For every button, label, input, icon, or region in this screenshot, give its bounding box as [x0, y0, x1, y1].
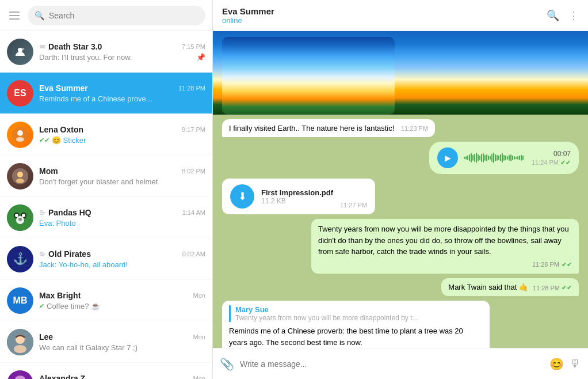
- message-text: Mark Twain said that 🤙: [448, 283, 528, 291]
- short-text-message-out: Mark Twain said that 🤙 11:28 PM ✔✔: [441, 278, 579, 296]
- chat-name: Eva Summer: [39, 84, 88, 93]
- chat-time: Mon: [193, 333, 205, 340]
- quote-text: Twenty years from now you will be more d…: [235, 314, 483, 322]
- left-header: 🔍: [0, 0, 212, 31]
- message-text: Reminds me of a Chinese proverb: the bes…: [229, 325, 483, 348]
- file-size: 11.2 KB: [261, 197, 333, 205]
- message-time: 11:28 PM: [532, 260, 559, 270]
- svg-point-6: [17, 172, 23, 177]
- search-box: 🔍: [28, 6, 205, 25]
- chat-header-name: Eva Summer: [222, 6, 547, 16]
- search-header-icon[interactable]: 🔍: [547, 9, 559, 22]
- message-input[interactable]: [240, 359, 544, 369]
- chat-name: Lena Oxton: [39, 125, 83, 134]
- avatar: [7, 122, 33, 148]
- chat-preview: Eva: Photo: [39, 219, 205, 228]
- svg-point-1: [22, 48, 24, 50]
- chat-preview: ✔✔ 😊 Sticker: [39, 136, 205, 145]
- chat-info: Old Pirates 0:02 AM Jack: Yo-ho-ho, all …: [39, 249, 205, 269]
- svg-point-13: [22, 214, 25, 217]
- chat-header-status: online: [222, 16, 547, 25]
- avatar: [7, 204, 33, 231]
- chat-name: Max Bright: [39, 291, 81, 300]
- message-time: 11:27 PM: [340, 202, 367, 209]
- chat-info: Lee Mon We can call it Galaxy Star 7 ;): [39, 332, 205, 352]
- svg-point-3: [17, 130, 23, 136]
- chat-time: Mon: [193, 292, 205, 299]
- chat-name: Death Star 3.0: [39, 42, 102, 51]
- emoji-icon[interactable]: 😊: [549, 357, 564, 371]
- chat-preview: We can call it Galaxy Star 7 ;): [39, 343, 205, 352]
- avatar: ES: [7, 80, 33, 107]
- quote-reply-message: Mary Sue Twenty years from now you will …: [222, 301, 490, 348]
- chat-preview: Darth: I'll trust you. For now. 📌: [39, 53, 205, 62]
- message-time: 11:24 PM: [532, 159, 559, 166]
- voice-meta: 00:07 11:24 PM ✔✔: [532, 150, 571, 166]
- chat-info: Eva Summer 11:28 PM Reminds me of a Chin…: [39, 84, 205, 103]
- more-options-icon[interactable]: ⋮: [568, 9, 579, 22]
- chat-header-info: Eva Summer online: [222, 6, 547, 25]
- attach-icon[interactable]: 📎: [220, 357, 234, 371]
- svg-point-7: [16, 179, 24, 183]
- chat-info: Mom 8:02 PM Don't forget your blaster an…: [39, 166, 205, 186]
- chat-item-eva-summer[interactable]: ES Eva Summer 11:28 PM Reminds me of a C…: [0, 73, 212, 114]
- svg-point-19: [14, 345, 26, 353]
- chat-item-max-bright[interactable]: MB Max Bright Mon ✔ Coffee time? ☕: [0, 280, 212, 321]
- chat-info: Pandas HQ 1:14 AM Eva: Photo: [39, 208, 205, 228]
- svg-text:⚓: ⚓: [13, 252, 28, 266]
- chat-info: Lena Oxton 9:17 PM ✔✔ 😊 Sticker: [39, 125, 205, 145]
- text-message-in: I finally visited Earth.. The nature her…: [222, 119, 435, 137]
- chat-item-pandas-hq[interactable]: Pandas HQ 1:14 AM Eva: Photo: [0, 197, 212, 238]
- avatar: MB: [7, 287, 33, 314]
- search-input[interactable]: [49, 11, 198, 20]
- double-check-icon: ✔✔: [562, 260, 572, 270]
- chat-item-death-star[interactable]: Death Star 3.0 7:15 PM Darth: I'll trust…: [0, 31, 212, 73]
- chat-item-lee[interactable]: Lee Mon We can call it Galaxy Star 7 ;): [0, 321, 212, 363]
- message-input-bar: 📎 😊 🎙: [213, 348, 588, 379]
- right-panel: Eva Summer online 🔍 ⋮ I finally visited …: [213, 0, 588, 379]
- double-check-icon: ✔✔: [560, 159, 571, 166]
- chat-time: 7:15 PM: [182, 43, 205, 50]
- long-text-message-out: Twenty years from now you will be more d…: [311, 219, 579, 274]
- message-time: 11:23 PM: [401, 125, 428, 132]
- header-actions: 🔍 ⋮: [547, 9, 579, 22]
- chat-list: Death Star 3.0 7:15 PM Darth: I'll trust…: [0, 31, 212, 379]
- chat-info: Death Star 3.0 7:15 PM Darth: I'll trust…: [39, 42, 205, 62]
- play-button[interactable]: ▶: [437, 147, 458, 168]
- chat-name: Alexandra Z: [39, 374, 85, 380]
- chat-item-alexandra-z[interactable]: Alexandra Z Mon Workout_Shedule.pdf: [0, 363, 212, 379]
- chat-info: Alexandra Z Mon Workout_Shedule.pdf: [39, 374, 205, 380]
- chat-time: Mon: [193, 375, 205, 380]
- chat-preview: Reminds me of a Chinese prove...: [39, 94, 205, 103]
- voice-duration: 00:07: [553, 150, 571, 158]
- svg-point-0: [18, 48, 22, 52]
- chat-preview: ✔ Coffee time? ☕: [39, 302, 205, 310]
- avatar: [7, 329, 33, 355]
- chat-item-mom[interactable]: Mom 8:02 PM Don't forget your blaster an…: [0, 156, 212, 197]
- file-message: ⬇ First Impression.pdf 11.2 KB 11:27 PM: [222, 179, 375, 214]
- left-panel: 🔍 Death Star 3.0 7:15 PM Darth: I'll tru…: [0, 0, 213, 379]
- chat-time: 1:14 AM: [182, 209, 205, 216]
- chat-header: Eva Summer online 🔍 ⋮: [213, 0, 588, 31]
- download-button[interactable]: ⬇: [230, 184, 254, 209]
- chat-preview: Don't forget your blaster and helmet: [39, 177, 205, 186]
- image-message: [222, 37, 395, 115]
- mic-icon[interactable]: 🎙: [570, 357, 581, 370]
- chat-name: Pandas HQ: [39, 208, 91, 217]
- avatar: [7, 370, 33, 380]
- avatar: [7, 163, 33, 190]
- double-check-icon: ✔✔: [562, 284, 572, 291]
- svg-point-4: [16, 137, 24, 142]
- search-icon: 🔍: [35, 11, 44, 20]
- menu-icon[interactable]: [7, 9, 22, 22]
- chat-preview: Jack: Yo-ho-ho, all aboard!: [39, 260, 205, 269]
- voice-message: ▶ // Generate waveform bars inline const…: [429, 142, 579, 174]
- svg-point-12: [15, 214, 18, 217]
- chat-time: 9:17 PM: [182, 126, 205, 133]
- chat-item-old-pirates[interactable]: ⚓ Old Pirates 0:02 AM Jack: Yo-ho-ho, al…: [0, 238, 212, 280]
- file-info: First Impression.pdf 11.2 KB: [261, 188, 333, 205]
- file-name: First Impression.pdf: [261, 188, 333, 197]
- chat-item-lena-oxton[interactable]: Lena Oxton 9:17 PM ✔✔ 😊 Sticker: [0, 114, 212, 156]
- svg-point-14: [18, 218, 22, 221]
- message-time: 11:28 PM: [533, 285, 560, 291]
